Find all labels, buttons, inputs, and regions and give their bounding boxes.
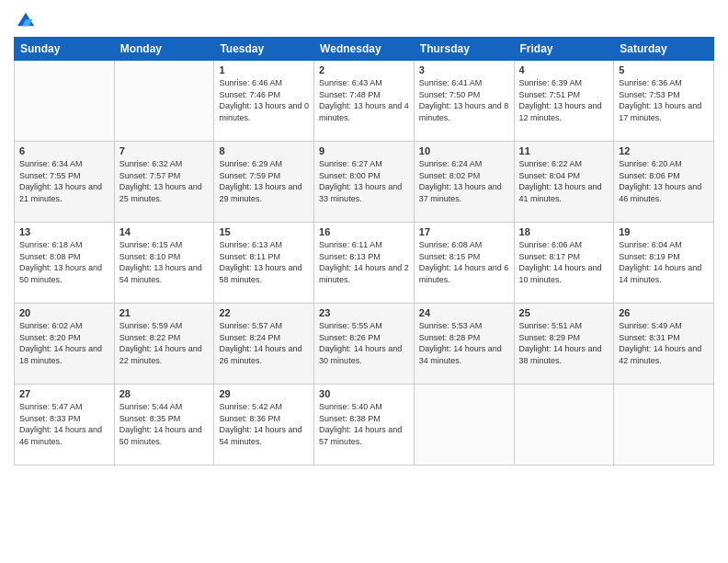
day-number: 8 bbox=[219, 145, 309, 156]
day-cell bbox=[414, 385, 514, 465]
day-info: Sunrise: 5:42 AM Sunset: 8:36 PM Dayligh… bbox=[219, 401, 309, 447]
day-number: 9 bbox=[319, 145, 409, 156]
day-number: 7 bbox=[119, 145, 210, 156]
day-info: Sunrise: 6:22 AM Sunset: 8:04 PM Dayligh… bbox=[519, 158, 609, 204]
day-cell: 21Sunrise: 5:59 AM Sunset: 8:22 PM Dayli… bbox=[114, 304, 214, 385]
day-number: 20 bbox=[19, 307, 109, 318]
day-cell: 9Sunrise: 6:27 AM Sunset: 8:00 PM Daylig… bbox=[314, 142, 415, 223]
day-cell: 7Sunrise: 6:32 AM Sunset: 7:57 PM Daylig… bbox=[114, 142, 214, 223]
week-row-5: 27Sunrise: 5:47 AM Sunset: 8:33 PM Dayli… bbox=[15, 385, 714, 465]
calendar-header-wednesday: Wednesday bbox=[314, 38, 415, 61]
day-cell bbox=[15, 61, 115, 142]
calendar-header-saturday: Saturday bbox=[614, 38, 714, 61]
day-number: 16 bbox=[319, 226, 409, 237]
day-info: Sunrise: 6:06 AM Sunset: 8:17 PM Dayligh… bbox=[519, 239, 609, 285]
week-row-1: 1Sunrise: 6:46 AM Sunset: 7:46 PM Daylig… bbox=[15, 61, 714, 142]
day-info: Sunrise: 6:27 AM Sunset: 8:00 PM Dayligh… bbox=[319, 158, 409, 204]
day-info: Sunrise: 5:59 AM Sunset: 8:22 PM Dayligh… bbox=[119, 320, 210, 366]
day-number: 2 bbox=[319, 64, 409, 75]
day-info: Sunrise: 6:13 AM Sunset: 8:11 PM Dayligh… bbox=[219, 239, 309, 285]
day-number: 17 bbox=[419, 226, 509, 237]
day-cell: 12Sunrise: 6:20 AM Sunset: 8:06 PM Dayli… bbox=[614, 142, 714, 223]
day-number: 25 bbox=[519, 307, 609, 318]
day-cell: 6Sunrise: 6:34 AM Sunset: 7:55 PM Daylig… bbox=[15, 142, 115, 223]
day-info: Sunrise: 6:41 AM Sunset: 7:50 PM Dayligh… bbox=[419, 77, 509, 123]
day-info: Sunrise: 6:36 AM Sunset: 7:53 PM Dayligh… bbox=[619, 77, 709, 123]
day-info: Sunrise: 6:34 AM Sunset: 7:55 PM Dayligh… bbox=[19, 158, 109, 204]
day-number: 11 bbox=[519, 145, 609, 156]
day-number: 5 bbox=[619, 64, 709, 75]
day-cell: 16Sunrise: 6:11 AM Sunset: 8:13 PM Dayli… bbox=[314, 223, 415, 304]
day-info: Sunrise: 6:43 AM Sunset: 7:48 PM Dayligh… bbox=[319, 77, 409, 123]
day-cell: 14Sunrise: 6:15 AM Sunset: 8:10 PM Dayli… bbox=[114, 223, 214, 304]
day-cell: 15Sunrise: 6:13 AM Sunset: 8:11 PM Dayli… bbox=[214, 223, 314, 304]
day-number: 12 bbox=[619, 145, 709, 156]
day-cell bbox=[114, 61, 214, 142]
day-cell: 5Sunrise: 6:36 AM Sunset: 7:53 PM Daylig… bbox=[614, 61, 714, 142]
day-number: 29 bbox=[219, 388, 309, 399]
day-info: Sunrise: 6:15 AM Sunset: 8:10 PM Dayligh… bbox=[119, 239, 210, 285]
logo bbox=[14, 9, 36, 29]
logo-icon bbox=[16, 9, 36, 29]
page: SundayMondayTuesdayWednesdayThursdayFrid… bbox=[0, 0, 728, 563]
day-cell: 19Sunrise: 6:04 AM Sunset: 8:19 PM Dayli… bbox=[614, 223, 714, 304]
week-row-3: 13Sunrise: 6:18 AM Sunset: 8:08 PM Dayli… bbox=[15, 223, 714, 304]
day-info: Sunrise: 6:46 AM Sunset: 7:46 PM Dayligh… bbox=[219, 77, 309, 123]
day-number: 23 bbox=[319, 307, 409, 318]
calendar-header-tuesday: Tuesday bbox=[214, 38, 314, 61]
day-cell: 8Sunrise: 6:29 AM Sunset: 7:59 PM Daylig… bbox=[214, 142, 314, 223]
day-info: Sunrise: 5:51 AM Sunset: 8:29 PM Dayligh… bbox=[519, 320, 609, 366]
day-info: Sunrise: 6:32 AM Sunset: 7:57 PM Dayligh… bbox=[119, 158, 210, 204]
day-info: Sunrise: 6:24 AM Sunset: 8:02 PM Dayligh… bbox=[419, 158, 509, 204]
day-cell bbox=[514, 385, 614, 465]
day-info: Sunrise: 5:57 AM Sunset: 8:24 PM Dayligh… bbox=[219, 320, 309, 366]
day-cell: 20Sunrise: 6:02 AM Sunset: 8:20 PM Dayli… bbox=[15, 304, 115, 385]
day-cell: 24Sunrise: 5:53 AM Sunset: 8:28 PM Dayli… bbox=[414, 304, 514, 385]
week-row-2: 6Sunrise: 6:34 AM Sunset: 7:55 PM Daylig… bbox=[15, 142, 714, 223]
day-cell: 30Sunrise: 5:40 AM Sunset: 8:38 PM Dayli… bbox=[314, 385, 415, 465]
day-info: Sunrise: 6:20 AM Sunset: 8:06 PM Dayligh… bbox=[619, 158, 709, 204]
day-info: Sunrise: 6:29 AM Sunset: 7:59 PM Dayligh… bbox=[219, 158, 309, 204]
day-number: 18 bbox=[519, 226, 609, 237]
day-number: 10 bbox=[419, 145, 509, 156]
day-cell: 23Sunrise: 5:55 AM Sunset: 8:26 PM Dayli… bbox=[314, 304, 415, 385]
day-info: Sunrise: 5:49 AM Sunset: 8:31 PM Dayligh… bbox=[619, 320, 709, 366]
day-cell: 2Sunrise: 6:43 AM Sunset: 7:48 PM Daylig… bbox=[314, 61, 415, 142]
day-cell: 13Sunrise: 6:18 AM Sunset: 8:08 PM Dayli… bbox=[15, 223, 115, 304]
day-cell bbox=[614, 385, 714, 465]
day-cell: 18Sunrise: 6:06 AM Sunset: 8:17 PM Dayli… bbox=[514, 223, 614, 304]
day-number: 3 bbox=[419, 64, 509, 75]
calendar-header-friday: Friday bbox=[514, 38, 614, 61]
day-info: Sunrise: 6:11 AM Sunset: 8:13 PM Dayligh… bbox=[319, 239, 409, 285]
day-cell: 17Sunrise: 6:08 AM Sunset: 8:15 PM Dayli… bbox=[414, 223, 514, 304]
day-number: 13 bbox=[19, 226, 109, 237]
calendar-header-row: SundayMondayTuesdayWednesdayThursdayFrid… bbox=[15, 38, 714, 61]
day-info: Sunrise: 6:08 AM Sunset: 8:15 PM Dayligh… bbox=[419, 239, 509, 285]
day-cell: 26Sunrise: 5:49 AM Sunset: 8:31 PM Dayli… bbox=[614, 304, 714, 385]
day-number: 30 bbox=[319, 388, 409, 399]
day-cell: 27Sunrise: 5:47 AM Sunset: 8:33 PM Dayli… bbox=[15, 385, 115, 465]
day-number: 4 bbox=[519, 64, 609, 75]
calendar-header-sunday: Sunday bbox=[15, 38, 115, 61]
day-number: 15 bbox=[219, 226, 309, 237]
header bbox=[14, 9, 714, 29]
day-cell: 3Sunrise: 6:41 AM Sunset: 7:50 PM Daylig… bbox=[414, 61, 514, 142]
day-number: 26 bbox=[619, 307, 709, 318]
day-cell: 22Sunrise: 5:57 AM Sunset: 8:24 PM Dayli… bbox=[214, 304, 314, 385]
day-number: 21 bbox=[119, 307, 210, 318]
day-cell: 28Sunrise: 5:44 AM Sunset: 8:35 PM Dayli… bbox=[114, 385, 214, 465]
day-cell: 10Sunrise: 6:24 AM Sunset: 8:02 PM Dayli… bbox=[414, 142, 514, 223]
day-info: Sunrise: 5:47 AM Sunset: 8:33 PM Dayligh… bbox=[19, 401, 109, 447]
calendar: SundayMondayTuesdayWednesdayThursdayFrid… bbox=[14, 37, 714, 465]
day-cell: 1Sunrise: 6:46 AM Sunset: 7:46 PM Daylig… bbox=[214, 61, 314, 142]
day-info: Sunrise: 5:44 AM Sunset: 8:35 PM Dayligh… bbox=[119, 401, 210, 447]
day-info: Sunrise: 6:18 AM Sunset: 8:08 PM Dayligh… bbox=[19, 239, 109, 285]
day-number: 19 bbox=[619, 226, 709, 237]
day-info: Sunrise: 5:53 AM Sunset: 8:28 PM Dayligh… bbox=[419, 320, 509, 366]
day-number: 14 bbox=[119, 226, 210, 237]
day-info: Sunrise: 6:02 AM Sunset: 8:20 PM Dayligh… bbox=[19, 320, 109, 366]
day-cell: 29Sunrise: 5:42 AM Sunset: 8:36 PM Dayli… bbox=[214, 385, 314, 465]
day-number: 27 bbox=[19, 388, 109, 399]
day-number: 6 bbox=[19, 145, 109, 156]
day-number: 28 bbox=[119, 388, 210, 399]
